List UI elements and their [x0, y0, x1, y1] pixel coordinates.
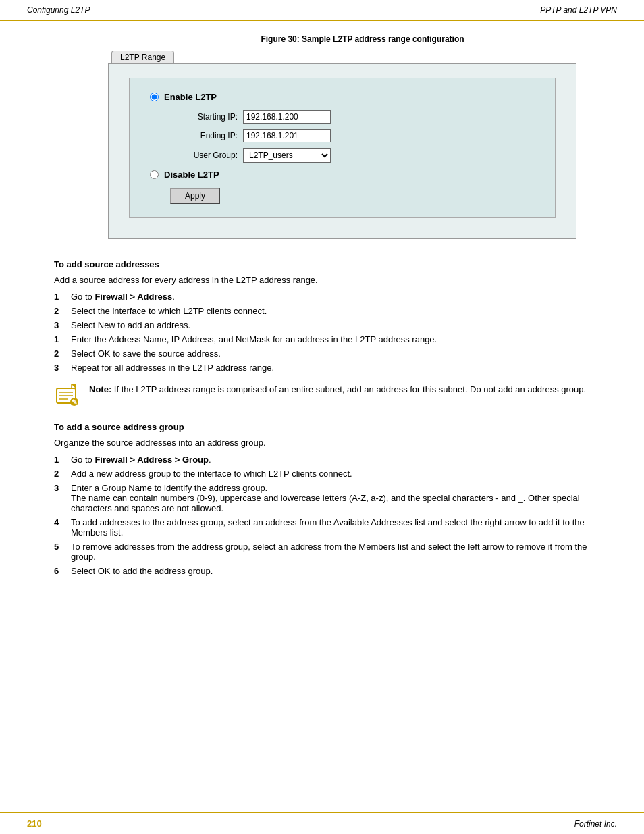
section1-intro: Add a source address for every address i… — [54, 275, 590, 285]
list-item: 5 To remove addresses from the address g… — [54, 542, 590, 562]
enable-l2tp-row: Enable L2TP — [150, 92, 535, 102]
figure-caption: Figure 30: Sample L2TP address range con… — [108, 34, 617, 44]
ending-ip-row: Ending IP: — [170, 129, 535, 142]
bold-firewall-address-group: Firewall > Address > Group — [95, 454, 209, 465]
disable-l2tp-label: Disable L2TP — [164, 170, 219, 180]
section2-heading: To add a source address group — [54, 422, 590, 432]
list-item: 6 Select OK to add the address group. — [54, 566, 590, 576]
ending-ip-input[interactable] — [243, 129, 331, 142]
enable-l2tp-label: Enable L2TP — [164, 92, 217, 102]
list-item: 2 Add a new address group to the interfa… — [54, 469, 590, 479]
note-box: ✎ Note: If the L2TP address range is com… — [54, 383, 590, 412]
form-section: Enable L2TP Starting IP: Ending IP: — [129, 78, 556, 218]
ending-ip-label: Ending IP: — [170, 131, 238, 140]
header-right: PPTP and L2TP VPN — [540, 5, 617, 15]
enable-l2tp-radio[interactable] — [150, 93, 159, 101]
page-container: Configuring L2TP PPTP and L2TP VPN Figur… — [0, 0, 644, 834]
note-icon: ✎ — [54, 383, 81, 412]
l2tp-range-box: Enable L2TP Starting IP: Ending IP: — [108, 63, 576, 239]
footer-company: Fortinet Inc. — [574, 819, 617, 829]
content-area: Figure 30: Sample L2TP address range con… — [0, 21, 644, 613]
section1-steps: 1 Go to Firewall > Address. 2 Select the… — [54, 292, 590, 373]
list-item: 4 To add addresses to the address group,… — [54, 517, 590, 538]
list-item: 1 Go to Firewall > Address > Group. — [54, 454, 590, 465]
user-group-row: User Group: L2TP_users — [170, 148, 535, 163]
apply-button[interactable]: Apply — [170, 188, 220, 204]
header-bar: Configuring L2TP PPTP and L2TP VPN — [0, 0, 644, 21]
starting-ip-row: Starting IP: — [170, 110, 535, 124]
section1-heading: To add source addresses — [54, 259, 590, 269]
list-item: 2 Select the interface to which L2TP cli… — [54, 306, 590, 316]
starting-ip-input[interactable] — [243, 110, 331, 124]
disable-l2tp-radio[interactable] — [150, 170, 159, 179]
user-group-select[interactable]: L2TP_users — [243, 148, 331, 163]
list-item: 2 Select OK to save the source address. — [54, 348, 590, 359]
section2-steps: 1 Go to Firewall > Address > Group. 2 Ad… — [54, 454, 590, 576]
note-text: Note: If the L2TP address range is compr… — [89, 383, 586, 396]
section2-intro: Organize the source addresses into an ad… — [54, 438, 590, 448]
footer-bar: 210 Fortinet Inc. — [0, 812, 644, 834]
svg-text:✎: ✎ — [72, 398, 77, 406]
note-bold: Note: — [89, 384, 111, 394]
user-group-label: User Group: — [170, 151, 238, 160]
header-left: Configuring L2TP — [27, 5, 90, 15]
list-item: 3 Select New to add an address. — [54, 320, 590, 330]
list-item: 1 Enter the Address Name, IP Address, an… — [54, 334, 590, 344]
bold-firewall-address: Firewall > Address — [95, 292, 172, 302]
list-item: 3 Enter a Group Name to identify the add… — [54, 483, 590, 513]
starting-ip-label: Starting IP: — [170, 112, 238, 122]
disable-l2tp-row: Disable L2TP — [150, 170, 535, 180]
instructions-section1: To add source addresses Add a source add… — [54, 259, 590, 576]
list-item: 1 Go to Firewall > Address. — [54, 292, 590, 302]
list-item: 3 Repeat for all addresses in the L2TP a… — [54, 363, 590, 373]
l2tp-range-tab: L2TP Range — [111, 51, 174, 63]
footer-page: 210 — [27, 818, 42, 829]
l2tp-range-container: L2TP Range Enable L2TP Starting IP: — [108, 51, 576, 239]
